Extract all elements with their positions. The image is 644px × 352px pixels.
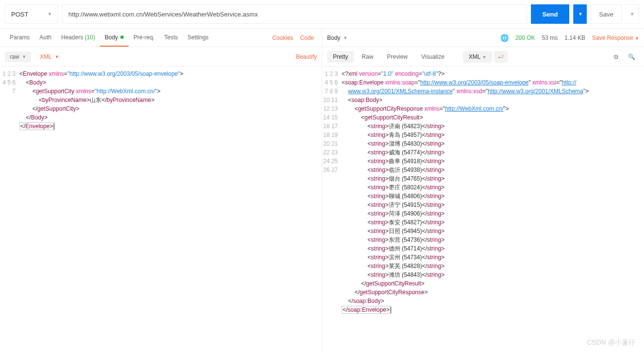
line-gutter: 1 2 3 4 5 6 7	[0, 67, 19, 352]
method-value: POST	[11, 11, 28, 18]
search-icon[interactable]: 🔍	[624, 51, 639, 63]
beautify-link[interactable]: Beautify	[296, 53, 317, 60]
save-response-button[interactable]: Save Response ▼	[592, 34, 639, 41]
send-button[interactable]: Send	[531, 4, 570, 24]
main-split: Params Auth Headers(10) Body Pre-req. Te…	[0, 29, 644, 352]
code-link[interactable]: Code	[300, 34, 314, 41]
cookies-link[interactable]: Cookies	[272, 34, 293, 41]
tab-preview[interactable]: Preview	[381, 51, 413, 63]
chevron-down-icon: ▼	[343, 35, 347, 40]
tab-raw[interactable]: Raw	[356, 51, 379, 63]
request-bar: POST ▼ Send ▼ Save ▼	[0, 0, 644, 29]
response-tabs: Pretty Raw Preview Visualize XML ▼ ⮐ ⧉ 🔍	[322, 47, 644, 67]
raw-select[interactable]: raw▼	[5, 51, 31, 62]
xml-select[interactable]: XML▼	[35, 51, 64, 62]
code-body: <?xml version="1.0" encoding="utf-8"?> <…	[342, 67, 644, 352]
line-gutter: 1 2 3 4 5 6 7 8 9 10 11 12 13 14 15 16 1…	[322, 67, 342, 352]
request-tabs: Params Auth Headers(10) Body Pre-req. Te…	[0, 29, 322, 47]
chevron-down-icon: ▼	[55, 54, 59, 59]
tab-body[interactable]: Body	[100, 29, 129, 47]
tab-tests[interactable]: Tests	[159, 29, 182, 47]
tab-prereq[interactable]: Pre-req.	[129, 29, 159, 47]
response-header: Body▼ 🌐 200 OK 53 ms 1.14 KB Save Respon…	[322, 29, 644, 47]
chevron-down-icon: ▼	[48, 12, 52, 17]
method-select[interactable]: POST ▼	[5, 4, 58, 24]
tab-auth[interactable]: Auth	[34, 29, 56, 47]
request-links: Cookies Code	[272, 34, 317, 41]
code-body[interactable]: <Envelope xmlns="http://www.w3.org/2003/…	[19, 67, 322, 352]
response-time: 53 ms	[542, 34, 558, 41]
url-input[interactable]	[62, 4, 527, 24]
response-body-select[interactable]: Body▼	[327, 34, 347, 41]
send-split-button[interactable]: ▼	[573, 4, 587, 24]
copy-icon[interactable]: ⧉	[610, 51, 622, 63]
response-size: 1.14 KB	[564, 34, 585, 41]
response-pane: Body▼ 🌐 200 OK 53 ms 1.14 KB Save Respon…	[322, 29, 644, 352]
chevron-down-icon: ▼	[482, 55, 486, 60]
tab-visualize[interactable]: Visualize	[415, 51, 450, 63]
response-editor[interactable]: 1 2 3 4 5 6 7 8 9 10 11 12 13 14 15 16 1…	[322, 67, 644, 352]
dot-icon	[120, 35, 124, 39]
tab-headers[interactable]: Headers(10)	[56, 29, 100, 47]
body-subbar: raw▼ XML▼ Beautify	[0, 47, 322, 67]
chevron-down-icon: ▼	[635, 36, 639, 41]
save-button[interactable]: Save	[591, 4, 622, 24]
status-code: 200 OK	[515, 34, 535, 41]
chevron-down-icon: ▼	[578, 12, 582, 17]
request-editor[interactable]: 1 2 3 4 5 6 7 <Envelope xmlns="http://ww…	[0, 67, 322, 352]
chevron-down-icon: ▼	[22, 54, 26, 59]
chevron-down-icon: ▼	[630, 12, 634, 17]
watermark: CSDN @小薯仔	[587, 338, 635, 347]
globe-icon[interactable]: 🌐	[500, 34, 509, 42]
wrap-icon[interactable]: ⮐	[494, 51, 508, 63]
tab-pretty[interactable]: Pretty	[327, 51, 354, 63]
save-split-button[interactable]: ▼	[626, 4, 639, 24]
request-pane: Params Auth Headers(10) Body Pre-req. Te…	[0, 29, 322, 352]
tab-params[interactable]: Params	[5, 29, 34, 47]
format-xml-select[interactable]: XML ▼	[463, 51, 493, 63]
tab-settings[interactable]: Settings	[182, 29, 213, 47]
